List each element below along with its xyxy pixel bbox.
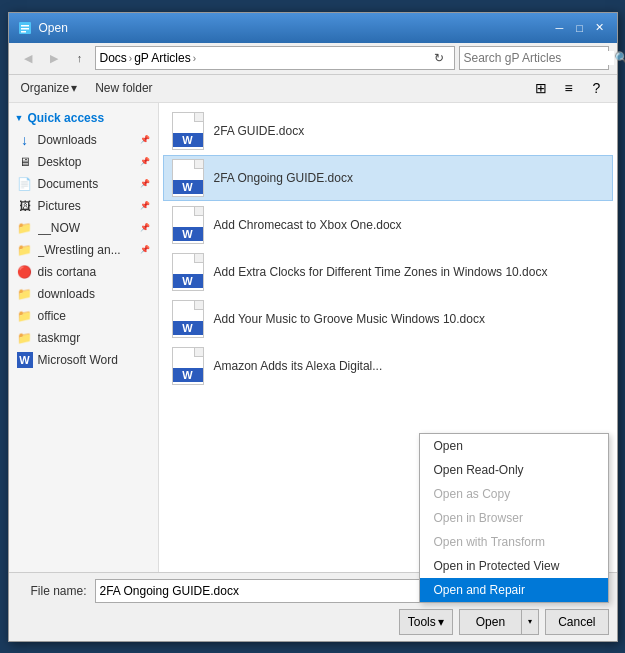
dropdown-open-copy: Open as Copy [420, 482, 608, 506]
dropdown-open-protected[interactable]: Open in Protected View [420, 554, 608, 578]
secondary-toolbar: Organize ▾ New folder ⊞ ≡ ? [9, 75, 617, 103]
discortana-icon: 🔴 [17, 264, 33, 280]
filename-input[interactable] [95, 579, 421, 603]
file-icon-1 [170, 113, 206, 149]
file-item-4[interactable]: Add Extra Clocks for Different Time Zone… [163, 249, 613, 295]
navigation-toolbar: ◀ ▶ ↑ Docs › gP Articles › ↻ 🔍 [9, 43, 617, 75]
pin-downloads-icon: 📌 [140, 135, 150, 144]
open-button-group: Open ▾ [459, 609, 539, 635]
office-folder-icon: 📁 [17, 308, 33, 324]
quick-access-header[interactable]: ▼ Quick access [9, 107, 158, 129]
minimize-button[interactable]: ─ [551, 19, 569, 37]
file-name-3: Add Chromecast to Xbox One.docx [214, 218, 402, 232]
file-item-6[interactable]: Amazon Adds its Alexa Digital... [163, 343, 613, 389]
new-folder-button[interactable]: New folder [89, 79, 158, 97]
sidebar-downloads2-label: downloads [38, 287, 150, 301]
window-title: Open [39, 21, 68, 35]
up-button[interactable]: ↑ [69, 47, 91, 69]
sidebar-msword-label: Microsoft Word [38, 353, 150, 367]
sidebar-item-pictures[interactable]: 🖼 Pictures 📌 [9, 195, 158, 217]
address-bar: Docs › gP Articles › ↻ [95, 46, 455, 70]
breadcrumb: Docs › gP Articles › [100, 51, 424, 65]
dropdown-open-repair[interactable]: Open and Repair [420, 578, 608, 602]
help-button[interactable]: ? [585, 77, 609, 99]
documents-icon: 📄 [17, 176, 33, 192]
dropdown-open[interactable]: Open [420, 434, 608, 458]
sidebar-item-desktop[interactable]: 🖥 Desktop 📌 [9, 151, 158, 173]
svg-rect-3 [21, 31, 26, 33]
maximize-button[interactable]: □ [571, 19, 589, 37]
sidebar-downloads-label: Downloads [38, 133, 138, 147]
organize-button[interactable]: Organize ▾ [17, 79, 82, 97]
desktop-icon: 🖥 [17, 154, 33, 170]
pin-documents-icon: 📌 [140, 179, 150, 188]
open-dropdown-menu: Open Open Read-Only Open as Copy Open in… [419, 433, 609, 603]
sidebar-item-documents[interactable]: 📄 Documents 📌 [9, 173, 158, 195]
open-main-button[interactable]: Open [459, 609, 521, 635]
downloads-icon: ↓ [17, 132, 33, 148]
filename-label: File name: [17, 584, 87, 598]
sidebar-item-downloads2[interactable]: 📁 downloads [9, 283, 158, 305]
file-icon-4 [170, 254, 206, 290]
organize-label: Organize [21, 81, 70, 95]
breadcrumb-sep2: › [193, 53, 196, 64]
sidebar: ▼ Quick access ↓ Downloads 📌 🖥 Desktop 📌… [9, 103, 159, 572]
refresh-button[interactable]: ↻ [428, 47, 450, 69]
file-item-2[interactable]: 2FA Ongoing GUIDE.docx [163, 155, 613, 201]
word-doc-icon-3 [172, 206, 204, 244]
dropdown-open-browser: Open in Browser [420, 506, 608, 530]
sidebar-item-wrestling[interactable]: 📁 _Wrestling an... 📌 [9, 239, 158, 261]
sidebar-taskmgr-label: taskmgr [38, 331, 150, 345]
view-list-button[interactable]: ≡ [557, 77, 581, 99]
breadcrumb-docs[interactable]: Docs [100, 51, 127, 65]
file-name-2: 2FA Ongoing GUIDE.docx [214, 171, 353, 185]
forward-button[interactable]: ▶ [43, 47, 65, 69]
search-input[interactable] [464, 51, 614, 65]
tools-arrow-icon: ▾ [438, 615, 444, 629]
file-name-5: Add Your Music to Groove Music Windows 1… [214, 312, 485, 326]
quick-access-label: Quick access [27, 111, 104, 125]
file-name-1: 2FA GUIDE.docx [214, 124, 305, 138]
sidebar-wrestling-label: _Wrestling an... [38, 243, 138, 257]
title-bar: Open ─ □ ✕ [9, 13, 617, 43]
file-item-1[interactable]: 2FA GUIDE.docx [163, 108, 613, 154]
downloads2-folder-icon: 📁 [17, 286, 33, 302]
sidebar-item-downloads[interactable]: ↓ Downloads 📌 [9, 129, 158, 151]
breadcrumb-sep1: › [129, 53, 132, 64]
file-icon-3 [170, 207, 206, 243]
sidebar-item-now[interactable]: 📁 __NOW 📌 [9, 217, 158, 239]
tools-label: Tools [408, 615, 436, 629]
action-row: Tools ▾ Open ▾ Cancel [17, 609, 609, 635]
sidebar-desktop-label: Desktop [38, 155, 138, 169]
now-folder-icon: 📁 [17, 220, 33, 236]
sidebar-item-discortana[interactable]: 🔴 dis cortana [9, 261, 158, 283]
file-item-3[interactable]: Add Chromecast to Xbox One.docx [163, 202, 613, 248]
title-bar-controls: ─ □ ✕ [551, 19, 609, 37]
breadcrumb-gp[interactable]: gP Articles [134, 51, 190, 65]
taskmgr-folder-icon: 📁 [17, 330, 33, 346]
sidebar-item-msword[interactable]: W Microsoft Word [9, 349, 158, 371]
dialog-icon [17, 20, 33, 36]
sidebar-discortana-label: dis cortana [38, 265, 150, 279]
open-dropdown-button[interactable]: ▾ [521, 609, 539, 635]
view-grid-button[interactable]: ⊞ [529, 77, 553, 99]
file-name-6: Amazon Adds its Alexa Digital... [214, 359, 383, 373]
search-icon: 🔍 [614, 51, 626, 65]
cancel-button[interactable]: Cancel [545, 609, 608, 635]
close-button[interactable]: ✕ [591, 19, 609, 37]
sidebar-item-taskmgr[interactable]: 📁 taskmgr [9, 327, 158, 349]
file-item-5[interactable]: Add Your Music to Groove Music Windows 1… [163, 296, 613, 342]
search-box[interactable]: 🔍 [459, 46, 609, 70]
open-dialog: Open ─ □ ✕ ◀ ▶ ↑ Docs › gP Articles › ↻ … [8, 12, 618, 642]
msword-icon: W [17, 352, 33, 368]
word-doc-icon-6 [172, 347, 204, 385]
dropdown-open-readonly[interactable]: Open Read-Only [420, 458, 608, 482]
file-icon-2 [170, 160, 206, 196]
quick-access-arrow-icon: ▼ [15, 113, 24, 123]
word-doc-icon-5 [172, 300, 204, 338]
title-bar-left: Open [17, 20, 68, 36]
sidebar-item-office[interactable]: 📁 office [9, 305, 158, 327]
tools-button[interactable]: Tools ▾ [399, 609, 453, 635]
word-doc-icon-2 [172, 159, 204, 197]
back-button[interactable]: ◀ [17, 47, 39, 69]
